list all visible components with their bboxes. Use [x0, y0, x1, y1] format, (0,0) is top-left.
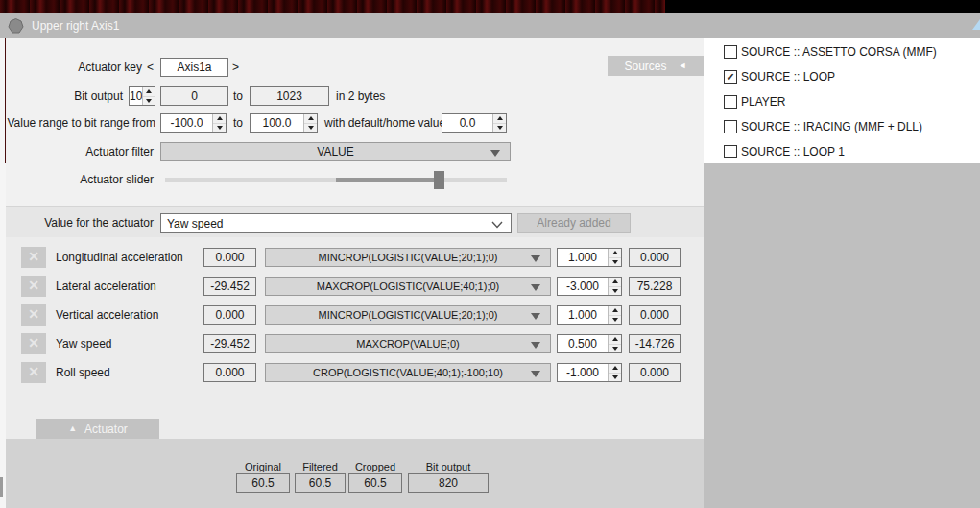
bit-count-spinner[interactable]: 10: [129, 86, 155, 106]
source-label: SOURCE :: ASSETTO CORSA (MMF): [741, 45, 937, 59]
spin-up-icon[interactable]: [609, 364, 621, 373]
desktop-background: [0, 0, 980, 13]
spin-down-icon[interactable]: [143, 96, 155, 106]
range-min-spinner[interactable]: -100.0: [160, 113, 227, 133]
row-formula-dropdown[interactable]: MINCROP(LOGISTIC(VALUE;20;1);0): [265, 248, 551, 267]
actuator-filter-dropdown[interactable]: VALUE: [160, 142, 511, 161]
remove-row-button[interactable]: ✕: [21, 276, 46, 297]
row-multiplier-spinner[interactable]: 1.000: [557, 305, 622, 325]
source-checkbox[interactable]: [724, 120, 737, 133]
row-output-value-box: 0.000: [629, 363, 681, 382]
value-row: ✕ Longitudinal acceleration 0.000 MINCRO…: [0, 247, 704, 268]
spin-down-icon[interactable]: [609, 315, 621, 325]
sources-collapse-icon: ◄: [679, 61, 687, 70]
spin-up-icon[interactable]: [213, 114, 226, 123]
actuator-slider-label: Actuator slider: [0, 170, 154, 189]
actuator-key-input[interactable]: Axis1a: [160, 58, 228, 77]
spin-up-icon[interactable]: [609, 249, 621, 257]
source-checkbox[interactable]: [724, 95, 737, 109]
remove-row-button[interactable]: ✕: [21, 304, 46, 326]
row-label: Roll speed: [56, 362, 110, 383]
title-bar: Upper right Axis1: [0, 13, 980, 38]
original-value-box: 60.5: [236, 473, 290, 493]
spin-down-icon[interactable]: [609, 373, 621, 382]
bit-max-box: 1023: [250, 86, 329, 106]
original-label: Original: [236, 461, 290, 473]
row-label: Lateral acceleration: [56, 276, 156, 297]
spin-down-icon[interactable]: [609, 257, 621, 267]
source-checkbox[interactable]: [724, 45, 737, 59]
row-input-value-box: 0.000: [203, 363, 256, 382]
window-icon: [8, 18, 24, 35]
bit-bytes-label: in 2 bytes: [336, 86, 385, 106]
row-label: Vertical acceleration: [56, 304, 158, 326]
spin-up-icon[interactable]: [143, 87, 155, 96]
row-formula-dropdown[interactable]: MINCROP(LOGISTIC(VALUE;20;1);0): [265, 305, 551, 325]
row-input-value-box: -29.452: [203, 277, 256, 296]
range-max-spinner[interactable]: 100.0: [250, 113, 318, 133]
row-output-value-box: 0.000: [629, 248, 681, 267]
filtered-label: Filtered: [295, 461, 346, 473]
row-multiplier-spinner[interactable]: 1.000: [557, 248, 622, 267]
source-label: SOURCE :: LOOP 1: [741, 145, 845, 158]
cropped-value-box: 60.5: [348, 473, 402, 493]
spin-up-icon[interactable]: [609, 278, 621, 286]
sources-panel-lower: [704, 163, 980, 508]
source-label: PLAYER: [741, 95, 785, 109]
value-row: ✕ Yaw speed -29.452 MAXCROP(VALUE;0) 0.5…: [0, 333, 704, 354]
spin-up-icon[interactable]: [609, 306, 621, 315]
spin-down-icon[interactable]: [213, 123, 226, 133]
spin-down-icon[interactable]: [609, 286, 621, 296]
row-multiplier-spinner[interactable]: -1.000: [557, 363, 622, 382]
already-added-button[interactable]: Already added: [517, 213, 631, 233]
actuator-filter-label: Actuator filter: [0, 142, 154, 161]
combobox-chevron-icon: [491, 221, 503, 229]
actuator-slider-handle[interactable]: [434, 171, 444, 189]
default-value-label: with default/home value: [324, 113, 445, 133]
row-label: Longitudinal acceleration: [56, 247, 183, 268]
remove-row-button[interactable]: ✕: [21, 362, 46, 383]
default-value-spinner[interactable]: 0.0: [442, 113, 507, 133]
source-item[interactable]: ✓ SOURCE :: LOOP: [724, 69, 835, 85]
source-item[interactable]: SOURCE :: IRACING (MMF + DLL): [724, 119, 922, 134]
row-label: Yaw speed: [56, 333, 111, 354]
value-selector-combobox[interactable]: Yaw speed: [160, 213, 512, 233]
source-item[interactable]: PLAYER: [724, 94, 785, 109]
dropdown-arrow-icon: [531, 284, 540, 291]
actuator-key-label-text: Actuator key: [0, 58, 142, 77]
range-to-label: to: [233, 113, 243, 133]
row-formula-dropdown[interactable]: MAXCROP(LOGISTIC(VALUE;40;1);0): [265, 277, 551, 296]
spin-down-icon[interactable]: [304, 123, 317, 133]
spin-up-icon[interactable]: [304, 114, 317, 123]
value-row: ✕ Lateral acceleration -29.452 MAXCROP(L…: [0, 276, 704, 297]
row-multiplier-spinner[interactable]: 0.500: [557, 334, 622, 353]
row-formula-dropdown[interactable]: MAXCROP(VALUE;0): [265, 334, 551, 353]
remove-row-button[interactable]: ✕: [21, 333, 46, 354]
remove-row-button[interactable]: ✕: [21, 247, 46, 268]
spin-up-icon[interactable]: [493, 114, 506, 123]
spin-down-icon[interactable]: [493, 123, 506, 133]
bit-output-value-box: 820: [408, 473, 489, 493]
source-item[interactable]: SOURCE :: ASSETTO CORSA (MMF): [724, 44, 937, 60]
collapse-arrow-icon: ▲: [68, 424, 77, 433]
source-checkbox[interactable]: [724, 145, 737, 158]
actuator-slider-fill: [336, 178, 434, 182]
curtain-texture: [0, 0, 665, 13]
dropdown-arrow-icon: [531, 371, 540, 377]
row-formula-dropdown[interactable]: CROP(LOGISTIC(VALUE;40;1);-100;10): [265, 363, 551, 382]
source-label: SOURCE :: LOOP: [741, 70, 835, 84]
spin-down-icon[interactable]: [609, 344, 621, 353]
spin-up-icon[interactable]: [609, 335, 621, 344]
tab-actuator[interactable]: ▲ Actuator: [36, 419, 159, 439]
row-output-value-box: 0.000: [629, 305, 681, 325]
source-checkbox[interactable]: ✓: [724, 70, 737, 84]
value-row: ✕ Vertical acceleration 0.000 MINCROP(LO…: [0, 304, 704, 326]
dropdown-arrow-icon: [531, 342, 540, 349]
row-input-value-box: 0.000: [203, 305, 256, 325]
corner-artifact-icon: [972, 19, 980, 30]
row-multiplier-spinner[interactable]: -3.000: [557, 277, 622, 296]
dropdown-arrow-icon: [531, 313, 540, 320]
sources-toggle-button[interactable]: Sources ◄: [608, 56, 704, 76]
bit-output-label: Bit output: [0, 86, 123, 106]
source-item[interactable]: SOURCE :: LOOP 1: [724, 144, 845, 159]
